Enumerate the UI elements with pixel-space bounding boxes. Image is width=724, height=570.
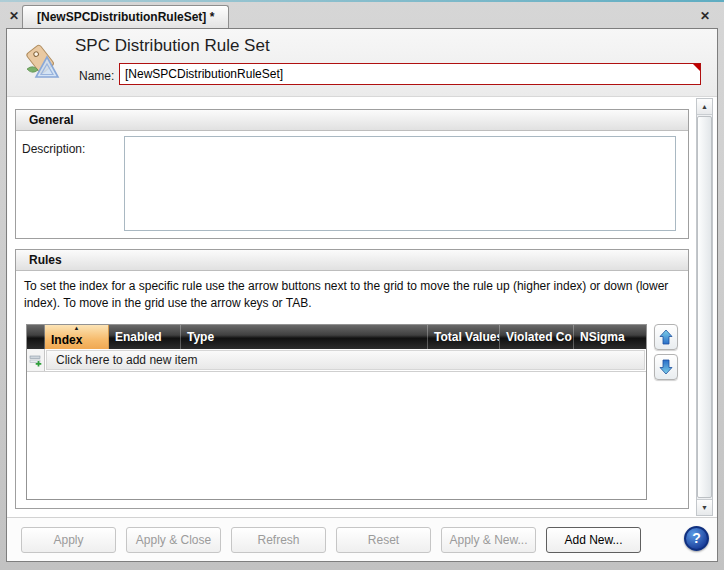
document-panel: SPC Distribution Rule Set Name: ▲ ▼ Gene… bbox=[6, 28, 718, 562]
grid-add-row: Click here to add new item bbox=[27, 349, 646, 372]
add-new-item-row[interactable]: Click here to add new item bbox=[46, 350, 645, 370]
description-textarea[interactable] bbox=[124, 136, 676, 231]
grid-column-nsigma[interactable]: NSigma bbox=[574, 325, 646, 349]
scrollbar-up-icon[interactable]: ▲ bbox=[697, 99, 712, 115]
rules-grid: ▲ Index Enabled Type Total Values Violat… bbox=[26, 324, 647, 500]
footer-buttons: Apply Apply & Close Refresh Reset Apply … bbox=[21, 527, 641, 553]
add-row-selector-cell bbox=[27, 349, 45, 371]
move-rule-down-button[interactable] bbox=[654, 354, 678, 380]
validation-error-corner-icon bbox=[693, 64, 700, 71]
rules-groupbox: Rules To set the index for a specific ru… bbox=[15, 249, 689, 509]
grid-column-index[interactable]: ▲ Index bbox=[45, 325, 109, 349]
scrollbar-down-icon[interactable]: ▼ bbox=[697, 499, 712, 515]
grid-row-selector-header bbox=[27, 325, 45, 349]
tab-bar: ✕ [NewSPCDistributionRuleSet] * ✕ bbox=[0, 2, 724, 28]
description-label: Description: bbox=[22, 142, 85, 156]
grid-empty-body bbox=[27, 372, 646, 499]
vertical-scrollbar[interactable]: ▲ ▼ bbox=[696, 98, 713, 516]
grid-column-enabled[interactable]: Enabled bbox=[109, 325, 181, 349]
grid-column-index-label: Index bbox=[51, 330, 82, 349]
grid-column-total-values[interactable]: Total Values bbox=[428, 325, 500, 349]
arrow-up-icon bbox=[659, 329, 673, 345]
grid-column-type[interactable]: Type bbox=[181, 325, 428, 349]
page-title: SPC Distribution Rule Set bbox=[75, 36, 270, 56]
help-button[interactable]: ? bbox=[684, 526, 709, 551]
refresh-button[interactable]: Refresh bbox=[231, 527, 326, 553]
grid-column-violated-count[interactable]: Violated Co bbox=[500, 325, 574, 349]
apply-button[interactable]: Apply bbox=[21, 527, 116, 553]
rules-instructions: To set the index for a specific rule use… bbox=[24, 278, 676, 312]
name-label: Name: bbox=[79, 69, 114, 83]
close-tab-icon[interactable]: ✕ bbox=[9, 10, 19, 22]
apply-and-close-button[interactable]: Apply & Close bbox=[126, 527, 221, 553]
apply-and-new-button[interactable]: Apply & New... bbox=[441, 527, 536, 553]
tab-newspcdistributionruleset[interactable]: [NewSPCDistributionRuleSet] * bbox=[22, 5, 229, 28]
name-input[interactable] bbox=[119, 63, 701, 85]
scrollbar-thumb[interactable] bbox=[697, 116, 712, 498]
name-field-wrap bbox=[119, 63, 701, 85]
general-groupbox: General Description: bbox=[15, 109, 689, 239]
rule-set-icon bbox=[20, 42, 62, 84]
reset-button[interactable]: Reset bbox=[336, 527, 431, 553]
move-rule-up-button[interactable] bbox=[654, 324, 678, 350]
close-window-icon[interactable]: ✕ bbox=[700, 10, 710, 22]
general-group-title: General bbox=[16, 110, 688, 131]
arrow-down-icon bbox=[659, 359, 673, 375]
add-new-button[interactable]: Add New... bbox=[546, 527, 641, 553]
rules-grid-header: ▲ Index Enabled Type Total Values Violat… bbox=[27, 325, 646, 349]
add-row-icon bbox=[29, 354, 42, 367]
footer-bar: Apply Apply & Close Refresh Reset Apply … bbox=[7, 517, 717, 561]
rules-group-title: Rules bbox=[16, 250, 688, 271]
panel-header: SPC Distribution Rule Set Name: bbox=[7, 29, 717, 97]
